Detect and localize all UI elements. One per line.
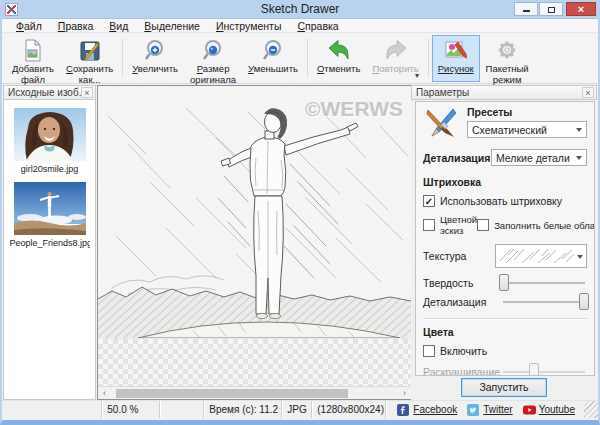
redo-icon [382, 38, 409, 64]
status-format: JPG [281, 401, 311, 418]
scroll-left-icon[interactable]: ‹ [98, 387, 111, 399]
thumbnail-people-friends[interactable]: People_Friends8.jpg [10, 182, 90, 248]
scrollbar-thumb[interactable] [116, 389, 348, 398]
menubar: Файл Правка Вид Выделение Инструменты Сп… [2, 19, 598, 33]
source-images-title: Исходные изоб... [8, 87, 87, 98]
checkbox-icon[interactable] [477, 219, 489, 231]
toolbar-separator [428, 39, 429, 78]
original-size-button[interactable]: Размер оригинала [184, 35, 242, 82]
zoom-out-button[interactable]: Уменьшить [242, 35, 304, 82]
parameters-title: Параметры [416, 87, 469, 98]
status-zoom: 50.0 % [101, 401, 159, 418]
hardness-label: Твердость [423, 277, 501, 289]
drawing-button[interactable]: Рисунок [432, 35, 480, 82]
toolbar-separator [122, 39, 123, 78]
facebook-link[interactable]: Facebook [413, 404, 457, 415]
close-panel-icon[interactable]: × [81, 87, 93, 98]
facebook-icon [397, 404, 409, 416]
status-time: Время (с): 11.2 [203, 401, 281, 418]
add-file-icon [20, 38, 47, 64]
slider-thumb[interactable] [579, 293, 589, 310]
presets-label: Пресеты [467, 106, 587, 118]
source-images-panel: Исходные изоб... × [3, 85, 96, 400]
checkbox-icon[interactable] [423, 345, 435, 357]
resize-grip[interactable] [584, 401, 598, 418]
undo-button[interactable]: Отменить [311, 35, 366, 82]
toolbar-overflow-icon[interactable]: ▾ [415, 71, 419, 80]
thumbnail-image-girl [14, 108, 86, 161]
thumbnail-image-people [14, 182, 86, 235]
preset-select[interactable]: Схематический [467, 121, 587, 138]
close-panel-icon[interactable]: × [582, 87, 594, 98]
colorize-slider [501, 363, 587, 376]
menu-edit[interactable]: Правка [50, 20, 101, 32]
parameters-header: Параметры × [411, 85, 597, 100]
youtube-link[interactable]: Youtube [539, 404, 575, 415]
hardness-slider[interactable] [501, 274, 587, 291]
thumbnail-list: girl20smile.jpg [3, 100, 96, 400]
checkbox-icon[interactable]: ✓ [423, 195, 435, 207]
enable-colors-checkbox[interactable]: Включить [423, 345, 587, 357]
detailization-label: Детализация [423, 296, 501, 308]
twitter-icon [467, 404, 479, 416]
menu-file[interactable]: Файл [8, 20, 50, 32]
save-as-icon [76, 38, 103, 64]
original-size-icon [200, 38, 227, 64]
hatching-section-title: Штриховка [423, 176, 587, 188]
use-hatching-checkbox[interactable]: ✓ Использовать штриховку [423, 195, 587, 207]
add-file-button[interactable]: Добавить файл [6, 35, 60, 82]
main-area: Исходные изоб... × [2, 85, 598, 400]
status-dimensions: (1280x800x24) [311, 401, 385, 418]
menu-tools[interactable]: Инструменты [208, 20, 289, 32]
menu-view[interactable]: Вид [101, 20, 136, 32]
toolbar: Добавить файл Сохранить как... Увеличить… [2, 34, 598, 84]
checkbox-icon[interactable] [423, 219, 435, 231]
statusbar: 50.0 % Время (с): 11.2 JPG (1280x800x24)… [2, 400, 598, 418]
save-as-button[interactable]: Сохранить как... [60, 35, 119, 82]
statusbar-spacer [2, 401, 101, 418]
zoom-out-icon [260, 38, 287, 64]
transparency-checkerboard [98, 338, 411, 386]
colorize-label: Раскрашивание [423, 366, 501, 377]
status-empty-cell [159, 401, 203, 418]
detail-select[interactable]: Мелкие детали [491, 149, 587, 166]
slider-thumb [529, 363, 539, 376]
thumbnail-filename: People_Friends8.jpg [10, 238, 90, 248]
detailization-slider[interactable] [501, 293, 587, 310]
parameters-panel: Параметры × Пресеты [411, 85, 597, 400]
pencil-brush-icon [423, 106, 459, 142]
texture-select[interactable] [495, 244, 587, 268]
colors-section-title: Цвета [423, 326, 587, 338]
thumbnail-girl20smile[interactable]: girl20smile.jpg [10, 108, 90, 174]
minimize-button[interactable] [514, 2, 538, 16]
zoom-in-button[interactable]: Увеличить [126, 35, 184, 82]
sketch-preview[interactable]: ©WERWS ©WERWS [98, 86, 411, 338]
maximize-button[interactable] [539, 2, 563, 16]
toolbar-separator [307, 39, 308, 78]
undo-icon [325, 38, 352, 64]
slider-thumb[interactable] [499, 274, 509, 291]
window-title: Sketch Drawer [0, 2, 600, 16]
app-window: Sketch Drawer × Файл Правка Вид Выделени… [0, 0, 600, 425]
drawing-icon [442, 38, 469, 64]
detail-label: Детализация [423, 152, 490, 164]
close-button[interactable]: × [566, 2, 596, 16]
youtube-icon [523, 404, 535, 416]
horizontal-scrollbar[interactable]: ‹ › [98, 386, 411, 399]
source-images-header: Исходные изоб... × [3, 85, 96, 100]
gear-icon [494, 38, 521, 64]
color-sketch-checkbox[interactable]: Цветной эскиз [423, 214, 477, 236]
section-divider [423, 318, 587, 320]
watermark: ©WERWS [305, 97, 403, 120]
menu-help[interactable]: Справка [289, 20, 346, 32]
batch-mode-button[interactable]: Пакетный режим [480, 35, 535, 82]
run-button[interactable]: Запустить [461, 378, 547, 397]
menu-selection[interactable]: Выделение [136, 20, 208, 32]
canvas-area: ©WERWS ©WERWS ‹ › [97, 85, 412, 400]
scroll-right-icon[interactable]: › [398, 387, 411, 399]
texture-label: Текстура [423, 250, 466, 262]
thumbnail-filename: girl20smile.jpg [10, 164, 90, 174]
twitter-link[interactable]: Twitter [483, 404, 512, 415]
fill-white-checkbox[interactable]: Заполнить белые области [477, 219, 595, 231]
texture-preview [496, 245, 576, 267]
